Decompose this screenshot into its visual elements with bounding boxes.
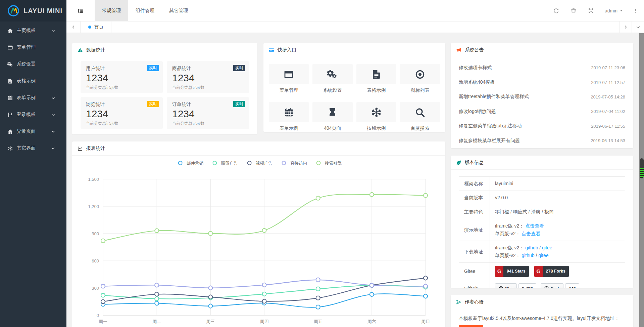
quick-entry-item[interactable]: 表格示例 (356, 64, 396, 93)
tabs-scroll-left-button[interactable] (66, 22, 81, 33)
version-link[interactable]: github (522, 253, 534, 258)
tabs-scroll-right-button[interactable] (619, 22, 632, 33)
version-link[interactable]: github (525, 245, 538, 250)
announcement-text: 修改选项卡样式 (459, 65, 492, 71)
chart-data-point (262, 292, 266, 296)
chart-data-point (370, 193, 374, 197)
sidebar-item-label: 表单示例 (17, 95, 50, 101)
version-row-label: 演示地址 (459, 219, 490, 241)
quick-entry-item[interactable]: 表单示例 (269, 102, 309, 131)
svg-text:1,200: 1,200 (88, 204, 99, 209)
chart-data-point (101, 300, 105, 304)
github-button[interactable]: Star1,419 (495, 283, 536, 288)
version-link[interactable]: 点击查看 (525, 223, 544, 229)
scrollbar-thumb[interactable] (640, 158, 644, 178)
paper-plane-icon (456, 299, 461, 305)
chart-data-point (155, 292, 159, 296)
version-link[interactable]: 点击查看 (522, 231, 540, 236)
top-header: 常规管理组件管理其它管理 admin (66, 0, 644, 22)
collapse-sidebar-button[interactable] (66, 0, 95, 21)
legend-item[interactable]: 联盟广告 (210, 161, 238, 166)
system-announcements-card: 系统公告 修改选项卡样式2019-07-11 23:06新增系统404模板201… (451, 43, 633, 148)
svg-text:周二: 周二 (152, 319, 161, 324)
stat-card: 浏览统计1234当前分类总记录数实时 (81, 97, 163, 129)
refresh-icon[interactable] (552, 8, 560, 14)
github-logo-icon (544, 286, 549, 288)
quick-entry-item[interactable]: 百度搜索 (400, 102, 440, 131)
tabs-menu-button[interactable] (632, 22, 644, 33)
status-badge: 实时 (233, 65, 245, 71)
github-button[interactable]: Fork440 (541, 283, 579, 288)
svg-text:直接访问: 直接访问 (290, 161, 307, 166)
sidebar-item[interactable]: 表格示例 (0, 73, 66, 89)
megaphone-icon (456, 47, 461, 53)
svg-text:邮件营销: 邮件营销 (187, 161, 204, 166)
active-tab-dot (88, 26, 91, 29)
legend-item[interactable]: 搜索引擎 (314, 161, 342, 166)
legend-item[interactable]: 视频广告 (245, 161, 273, 166)
gitee-badge[interactable]: G941 Stars (495, 266, 529, 277)
sidebar-item[interactable]: 表单示例 (0, 89, 66, 106)
chart-data-point (155, 283, 159, 287)
sidebar-item[interactable]: 其它界面 (0, 140, 66, 157)
version-link[interactable]: gitee (538, 253, 548, 258)
chart-data-point (316, 196, 320, 200)
legend-item[interactable]: 邮件营销 (176, 161, 204, 166)
chart-data-point (370, 292, 374, 296)
chevron-down-icon (636, 25, 640, 29)
stat-sub-label: 当前分类总记录数 (86, 85, 157, 90)
file-icon (7, 78, 13, 84)
gitee-badge[interactable]: G278 Forks (534, 266, 569, 277)
quick-entry-label: 图标列表 (400, 87, 440, 93)
sidebar-item[interactable]: 登录模板 (0, 106, 66, 123)
quick-entry-item[interactable]: 菜单管理 (269, 64, 309, 93)
sidebar-item-label: 菜单管理 (17, 44, 60, 50)
trash-icon[interactable] (570, 8, 577, 14)
tab-home[interactable]: 首页 (81, 22, 111, 33)
chart-data-point (316, 278, 320, 282)
sidebar-item[interactable]: 异常页面 (0, 123, 66, 140)
sidebar-item[interactable]: 系统设置 (0, 56, 66, 73)
chart-data-point (208, 286, 212, 290)
quick-entry-item[interactable]: 按钮示例 (356, 102, 396, 131)
chart-data-point (262, 299, 266, 303)
version-row-label: 框架名称 (459, 177, 490, 191)
svg-text:600: 600 (92, 258, 99, 263)
chart-data-point (316, 296, 320, 300)
version-row-label: 当前版本 (459, 191, 490, 205)
quick-entry-card: 快捷入口 菜单管理系统设置表格示例图标列表表单示例404页面按钮示例百度搜索 (263, 43, 445, 132)
announcement-date: 2019-07-11 12:57 (591, 80, 625, 85)
quick-entry-label: 按钮示例 (356, 125, 396, 131)
quick-entry-label: 表单示例 (269, 125, 309, 131)
user-menu[interactable]: admin (605, 8, 623, 13)
github-count: 1,419 (518, 283, 536, 288)
version-info-card: 版本信息 框架名称layuimini当前版本v2.0.0主要特色零门槛 / 响应… (451, 156, 633, 288)
quick-entry-item[interactable]: 系统设置 (312, 64, 352, 93)
version-value: layuimini (495, 181, 513, 186)
layui-doc-button[interactable]: layui文档 (459, 325, 483, 327)
fullscreen-icon[interactable] (587, 8, 595, 14)
chevron-down-icon (50, 95, 56, 101)
announcement-text: 修改logo缩放问题 (459, 109, 496, 115)
header-tab[interactable]: 其它管理 (162, 0, 195, 21)
quick-entry-item[interactable]: 404页面 (312, 102, 352, 131)
chevron-down-icon (50, 129, 56, 134)
chart-data-point (424, 294, 428, 298)
version-link[interactable]: gitee (542, 245, 552, 250)
quick-entry-item[interactable]: 图标列表 (400, 64, 440, 93)
more-menu-icon[interactable] (633, 8, 638, 14)
version-row-label: 下载地址 (459, 241, 490, 263)
sidebar-item[interactable]: 主页模板 (0, 22, 66, 39)
svg-text:1,500: 1,500 (88, 177, 99, 182)
header-tab[interactable]: 常规管理 (95, 0, 128, 21)
sidebar-item[interactable]: 菜单管理 (0, 39, 66, 56)
calendar-icon (7, 95, 13, 101)
legend-item[interactable]: 直接访问 (280, 161, 307, 166)
chart-data-point (262, 283, 266, 287)
announcement-item: 新增系统404模板2019-07-11 12:57 (459, 75, 625, 89)
svg-text:搜索引擎: 搜索引擎 (325, 161, 342, 166)
card-title: 系统公告 (465, 47, 484, 53)
svg-text:周三: 周三 (206, 319, 215, 324)
header-tab[interactable]: 组件管理 (128, 0, 162, 21)
outdent-icon (78, 8, 84, 14)
